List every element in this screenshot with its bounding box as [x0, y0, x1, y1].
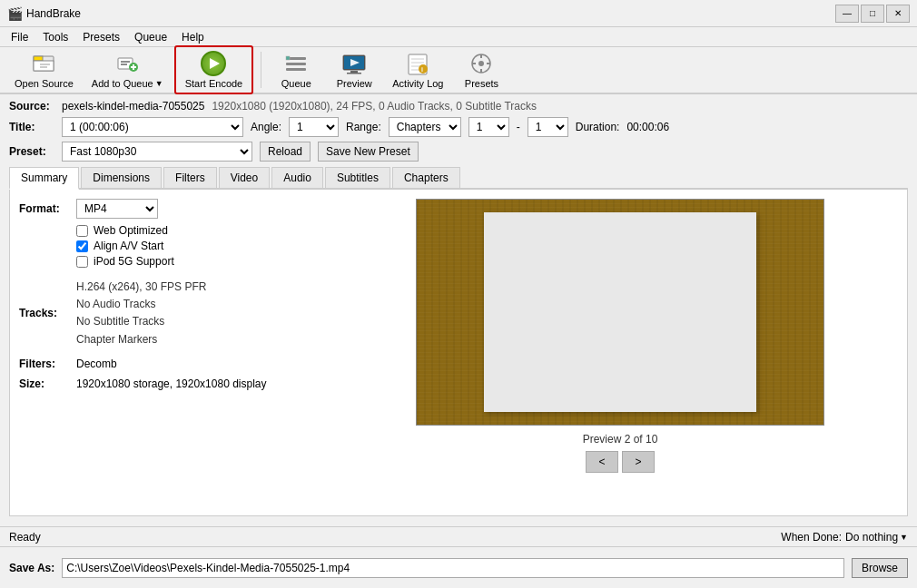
menu-presets[interactable]: Presets: [75, 29, 127, 45]
range-type-select[interactable]: Chapters: [389, 117, 461, 137]
ipod-checkbox[interactable]: [76, 256, 88, 268]
start-encode-label: Start Encode: [185, 78, 243, 89]
title-row: Title: 1 (00:00:06) Angle: 1 Range: Chap…: [9, 117, 908, 137]
tab-chapters[interactable]: Chapters: [392, 167, 460, 188]
ipod-label: iPod 5G Support: [94, 255, 174, 268]
preview-next-button[interactable]: >: [622, 451, 655, 473]
source-info: 1920x1080 (1920x1080), 24 FPS, 0 Audio T…: [212, 100, 537, 113]
track-video: H.264 (x264), 30 FPS PFR: [76, 279, 206, 296]
start-encode-button[interactable]: Start Encode: [174, 45, 254, 94]
preview-paper: [484, 212, 756, 412]
left-panel: Format: MP4 Web Optimized Align A/V Star…: [19, 199, 328, 506]
format-label: Format:: [19, 202, 69, 215]
status-bar: Ready When Done: Do nothing ▼: [0, 526, 917, 546]
title-select[interactable]: 1 (00:00:06): [62, 117, 243, 137]
app-title: HandBrake: [26, 7, 835, 20]
preview-prev-button[interactable]: <: [586, 451, 618, 473]
open-source-button[interactable]: Open Source: [7, 47, 81, 93]
angle-select[interactable]: 1: [289, 117, 339, 137]
svg-rect-18: [350, 71, 358, 73]
format-select[interactable]: MP4: [76, 199, 158, 219]
track-audio: No Audio Tracks: [76, 296, 206, 313]
maximize-button[interactable]: □: [861, 5, 884, 23]
add-to-queue-icon: [114, 51, 140, 76]
size-label: Size:: [19, 377, 69, 390]
app-icon: 🎬: [7, 6, 23, 21]
add-to-queue-label: Add to Queue ▼: [92, 78, 163, 89]
title-bar: 🎬 HandBrake — □ ✕: [0, 0, 917, 27]
ipod-row: iPod 5G Support: [76, 255, 328, 268]
queue-button[interactable]: Queue: [269, 47, 323, 93]
activity-log-icon: i: [405, 51, 430, 76]
preset-row: Preset: Fast 1080p30 Reload Save New Pre…: [9, 142, 908, 162]
toolbar-scroll: [901, 52, 910, 88]
filters-value: Decomb: [76, 358, 117, 370]
queue-icon: [283, 51, 309, 76]
summary-panel: Format: MP4 Web Optimized Align A/V Star…: [9, 190, 908, 516]
size-value: 1920x1080 storage, 1920x1080 display: [76, 377, 267, 390]
web-optimized-row: Web Optimized: [76, 224, 328, 237]
open-source-icon: [31, 51, 56, 76]
svg-rect-19: [347, 73, 361, 74]
open-source-label: Open Source: [15, 78, 74, 89]
svg-rect-13: [286, 68, 306, 71]
browse-button[interactable]: Browse: [852, 558, 908, 578]
duration-value: 00:00:06: [626, 121, 669, 133]
save-path-input[interactable]: [62, 558, 844, 578]
format-row: Format: MP4: [19, 199, 328, 219]
web-optimized-label: Web Optimized: [94, 224, 168, 237]
preset-select[interactable]: Fast 1080p30: [62, 142, 252, 162]
tab-filters[interactable]: Filters: [163, 167, 217, 188]
add-to-queue-button[interactable]: Add to Queue ▼: [84, 47, 171, 93]
align-av-label: Align A/V Start: [94, 240, 163, 252]
preview-button[interactable]: Preview: [327, 47, 381, 93]
preview-image: [416, 199, 824, 426]
svg-rect-14: [286, 56, 290, 60]
menu-tools[interactable]: Tools: [35, 29, 75, 45]
save-as-label: Save As:: [9, 562, 54, 574]
source-row: Source: pexels-kindel-media-7055025 1920…: [9, 100, 908, 113]
preview-label: Preview: [337, 78, 372, 89]
align-av-checkbox[interactable]: [76, 240, 88, 252]
queue-label: Queue: [281, 78, 311, 89]
tracks-row: Tracks: H.264 (x264), 30 FPS PFR No Audi…: [19, 279, 328, 348]
track-subtitle: No Subtitle Tracks: [76, 313, 206, 330]
filters-label: Filters:: [19, 358, 69, 370]
web-optimized-checkbox[interactable]: [76, 225, 88, 237]
range-label: Range:: [346, 121, 381, 133]
tab-summary[interactable]: Summary: [9, 167, 79, 190]
preset-label: Preset:: [9, 145, 54, 158]
angle-label: Angle:: [251, 121, 281, 133]
source-label: Source:: [9, 100, 54, 113]
menu-queue[interactable]: Queue: [127, 29, 174, 45]
presets-button[interactable]: Presets: [454, 47, 508, 93]
tab-dimensions[interactable]: Dimensions: [81, 167, 162, 188]
close-button[interactable]: ✕: [886, 5, 910, 23]
menu-bar: File Tools Presets Queue Help: [0, 27, 917, 47]
range-from-select[interactable]: 1: [468, 117, 509, 137]
preview-label: Preview 2 of 10: [583, 433, 658, 446]
right-panel: Preview 2 of 10 < >: [342, 199, 898, 506]
presets-icon: [468, 51, 494, 76]
tab-video[interactable]: Video: [219, 167, 270, 188]
svg-rect-12: [286, 63, 306, 65]
track-chapters: Chapter Markers: [76, 331, 206, 348]
reload-button[interactable]: Reload: [260, 142, 311, 162]
minimize-button[interactable]: —: [835, 5, 859, 23]
activity-log-button[interactable]: i Activity Log: [385, 47, 450, 93]
range-to-select[interactable]: 1: [528, 117, 568, 137]
when-done-label: When Done:: [781, 531, 842, 544]
svg-rect-2: [34, 61, 54, 71]
save-new-preset-button[interactable]: Save New Preset: [318, 142, 419, 162]
svg-point-25: [419, 64, 428, 74]
size-row: Size: 1920x1080 storage, 1920x1080 displ…: [19, 377, 328, 390]
tab-subtitles[interactable]: Subtitles: [325, 167, 390, 188]
tabs: Summary Dimensions Filters Video Audio S…: [9, 167, 908, 190]
svg-text:i: i: [421, 66, 423, 73]
toolbar-separator-1: [261, 52, 261, 88]
menu-help[interactable]: Help: [174, 29, 212, 45]
tab-audio[interactable]: Audio: [271, 167, 323, 188]
activity-log-label: Activity Log: [392, 78, 443, 89]
menu-file[interactable]: File: [4, 29, 35, 45]
preview-icon: [341, 51, 367, 76]
